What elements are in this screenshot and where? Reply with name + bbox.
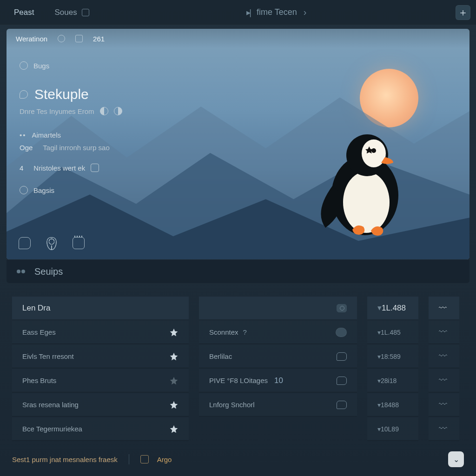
hero-strip-label: Weratinon <box>16 35 47 43</box>
list-item-label: Lnforg Snchorl <box>209 401 255 409</box>
list-item-label: Bce Tegermuriekea <box>22 425 82 433</box>
list-item-label: Eass Eges <box>22 328 56 336</box>
left-head-label: Len Dra <box>22 304 50 313</box>
section-title: Seuips <box>34 266 63 277</box>
location-pin-icon[interactable] <box>46 237 57 250</box>
star-icon[interactable] <box>169 400 178 410</box>
reload-icon <box>20 61 28 70</box>
bullet-icon <box>20 131 26 139</box>
hero-info-strip: Weratinon 261 <box>7 29 469 48</box>
star-icon[interactable] <box>169 328 178 337</box>
meta-value: 10L89 <box>381 425 399 433</box>
section-header[interactable]: Seuips <box>7 259 469 284</box>
center-title: fime Tecen <box>257 7 297 17</box>
meta-cell: 10L89 <box>367 417 418 441</box>
svg-point-3 <box>362 139 386 167</box>
right-column: Sconntex ? Berlilac PIVE °F8 LOitages 10… <box>199 297 357 441</box>
archive-icon[interactable] <box>140 455 149 463</box>
list-item-count: 10 <box>274 376 283 385</box>
hero-crumb[interactable]: Bugs <box>20 61 219 70</box>
right-head[interactable] <box>199 297 357 320</box>
refresh-icon[interactable] <box>58 35 65 42</box>
trend-cell[interactable]: 〰 <box>429 297 459 320</box>
trend-column: 〰 〰 〰 〰 〰 〰 <box>429 297 459 441</box>
meta-cell: 1L.488 <box>367 297 418 320</box>
divider <box>129 454 129 464</box>
svg-point-1 <box>343 172 390 233</box>
camera-icon <box>337 304 347 312</box>
hero-title: Stekuple <box>34 86 89 102</box>
footer-dropdown-button[interactable]: ⌄ <box>448 451 464 467</box>
trend-cell[interactable]: 〰 <box>429 393 459 416</box>
meta-value: 18:589 <box>381 353 401 360</box>
notepad-icon[interactable] <box>73 237 85 249</box>
hero-panel: Weratinon 261 Bugs Stekuple Dnre Tes Iny… <box>7 29 469 259</box>
hero-item-3[interactable]: Bagsis <box>33 186 54 194</box>
list-item[interactable]: Bce Tegermuriekea <box>12 417 189 441</box>
tab-secondary[interactable]: Soues <box>46 5 97 20</box>
hero-text-block: Bugs Stekuple Dnre Tes Inyumes Erom Aima… <box>20 57 219 199</box>
meta-value: 1L.485 <box>381 329 401 336</box>
tab-primary[interactable]: Peast <box>6 5 42 20</box>
hero-item-0[interactable]: Aimartels <box>32 131 61 139</box>
add-tab-button[interactable]: ＋ <box>456 5 470 20</box>
meta-cell: 18488 <box>367 393 418 416</box>
left-head[interactable]: Len Dra <box>12 297 189 320</box>
list-item-label: Sras resena lating <box>22 401 79 409</box>
hero-item-1-prefix: Oge <box>20 144 33 152</box>
trend-cell[interactable]: 〰 <box>429 321 459 344</box>
star-icon[interactable] <box>169 376 178 385</box>
phone-icon[interactable] <box>336 328 347 337</box>
chevron-right-icon[interactable]: › <box>304 7 307 18</box>
star-icon[interactable] <box>169 352 178 361</box>
chat-icon[interactable] <box>337 401 347 409</box>
hero-strip-count: 261 <box>93 35 105 43</box>
list-item[interactable]: Phes Bruts <box>12 369 189 392</box>
star-icon[interactable] <box>169 424 178 434</box>
hero-item-2-prefix: 4 <box>20 164 23 172</box>
hero-item-1[interactable]: Tagil inrronh surp sao <box>43 144 109 152</box>
list-item-label: Berlilac <box>209 352 232 360</box>
list-item[interactable]: Sras resena lating <box>12 393 189 416</box>
tab-secondary-label: Soues <box>54 8 77 17</box>
checkbox-icon <box>82 9 89 16</box>
tab-primary-label: Peast <box>14 8 34 17</box>
meta-cell: 28i18 <box>367 369 418 392</box>
footer-bar: Sest1 purm jnat mesnalens fraesk Argo ⌄ <box>12 449 464 469</box>
list-item[interactable]: Berlilac <box>199 345 357 368</box>
list-item-label: PIVE °F8 LOitages <box>209 377 268 384</box>
meta-column: 1L.488 1L.485 18:589 28i18 18488 10L89 <box>367 297 418 441</box>
chat-icon[interactable] <box>337 377 347 385</box>
window-icon[interactable] <box>75 35 83 42</box>
list-item[interactable]: Eivls Ten rresont <box>12 345 189 368</box>
footer-text: Sest1 purm jnat mesnalens fraesk <box>12 456 118 463</box>
list-item-label: Phes Bruts <box>22 377 56 384</box>
list-item[interactable]: PIVE °F8 LOitages 10 <box>199 369 357 392</box>
left-column: Len Dra Eass Eges Eivls Ten rresont Phes… <box>12 297 189 441</box>
trend-cell[interactable]: 〰 <box>429 369 459 392</box>
tag-icon <box>91 164 99 172</box>
project-icon <box>20 90 28 99</box>
chat-icon[interactable] <box>337 352 347 361</box>
comment-icon[interactable] <box>19 237 31 249</box>
list-item[interactable]: Lnforg Snchorl <box>199 393 357 416</box>
meta-value: 28i18 <box>381 377 397 384</box>
half-moon-icon-2 <box>114 107 122 115</box>
svg-point-4 <box>371 148 376 153</box>
globe-icon <box>20 186 28 194</box>
skip-back-icon[interactable]: ▸| <box>246 7 250 18</box>
trend-cell[interactable]: 〰 <box>429 417 459 441</box>
tab-center-group: ▸| fime Tecen › <box>101 7 452 18</box>
list-item[interactable]: Sconntex ? <box>199 321 357 344</box>
meta-value: 18488 <box>381 401 399 409</box>
meta-cell: 1L.485 <box>367 321 418 344</box>
penguin-graphic <box>316 130 409 237</box>
trend-cell[interactable]: 〰 <box>429 345 459 368</box>
question-mark: ? <box>243 328 247 336</box>
hero-action-row <box>19 237 85 250</box>
hero-subtitle: Dnre Tes Inyumes Erom <box>20 107 94 115</box>
hero-item-2[interactable]: Nristoles wert ek <box>33 164 85 172</box>
list-item-label: Sconntex <box>209 328 238 336</box>
list-item[interactable]: Eass Eges <box>12 321 189 344</box>
content-grid: Len Dra Eass Eges Eivls Ten rresont Phes… <box>12 297 464 441</box>
